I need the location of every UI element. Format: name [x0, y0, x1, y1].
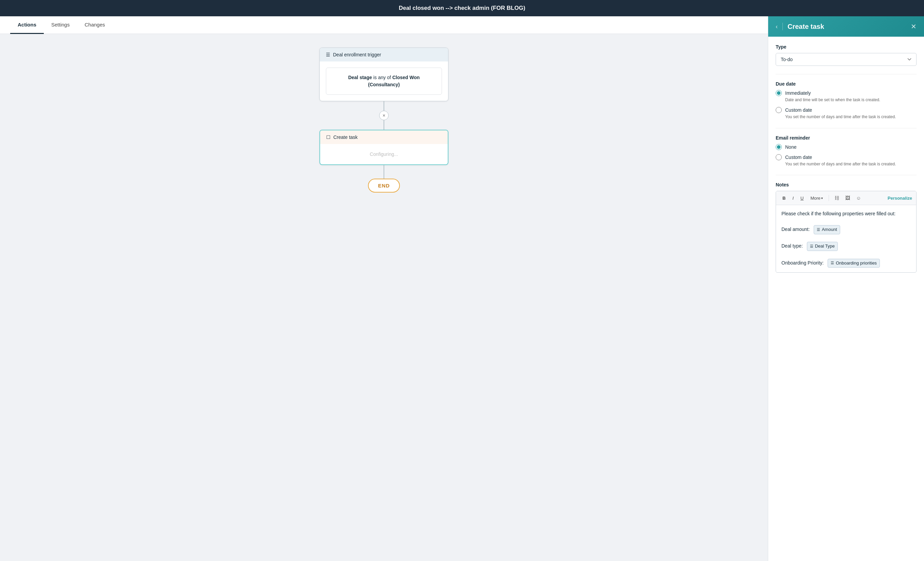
connector-end — [384, 165, 384, 179]
notes-line-2: Deal type: ☰ Deal Type — [782, 242, 911, 251]
onboarding-chip-label: Onboarding priorities — [836, 260, 877, 267]
connector-line-end — [384, 165, 384, 179]
email-reminder-radio-custom[interactable] — [776, 154, 782, 160]
link-button[interactable]: ⛓ — [832, 194, 841, 202]
due-date-radio-custom[interactable] — [776, 107, 782, 113]
notes-label: Notes — [776, 182, 916, 188]
divider-1 — [776, 74, 916, 74]
action-icon: ☐ — [326, 134, 331, 140]
emoji-icon: ☺ — [856, 195, 861, 201]
email-reminder-desc-custom: You set the number of days and time afte… — [785, 161, 916, 167]
email-reminder-row-custom: Custom date — [776, 154, 916, 160]
notes-content-area[interactable]: Please check if the following properties… — [776, 205, 916, 272]
notes-editor: B I U More ▾ ⛓ 🖼 — [776, 191, 916, 273]
close-button[interactable]: ✕ — [911, 23, 916, 30]
more-dropdown-button[interactable]: More ▾ — [808, 194, 825, 202]
email-reminder-label-none: None — [785, 144, 796, 150]
notes-onboarding-label: Onboarding Priority: — [782, 260, 824, 265]
connector-delete-btn[interactable]: × — [379, 111, 388, 120]
tab-actions[interactable]: Actions — [10, 16, 44, 34]
top-bar: Deal closed won --> check admin (FOR BLO… — [0, 0, 924, 16]
amount-chip-label: Amount — [822, 226, 837, 233]
connector-top: × — [379, 101, 388, 130]
italic-button[interactable]: I — [790, 194, 796, 202]
due-date-desc-immediately: Date and time will be set to when the ta… — [785, 97, 916, 103]
image-icon: 🖼 — [845, 195, 850, 201]
trigger-header: ☰ Deal enrollment trigger — [320, 48, 448, 62]
toolbar-separator — [829, 195, 829, 201]
notes-deal-amount-label: Deal amount: — [782, 227, 810, 232]
notes-section: Notes B I U More ▾ ⛓ — [776, 182, 916, 273]
connector-line-top — [384, 101, 384, 111]
deal-type-chip-label: Deal Type — [815, 243, 835, 250]
link-icon: ⛓ — [834, 195, 839, 201]
trigger-block: ☰ Deal enrollment trigger Deal stage is … — [320, 48, 448, 101]
type-section: Type To-do Call Email — [776, 44, 916, 66]
due-date-row-custom: Custom date — [776, 107, 916, 113]
chip-icon-amount: ☰ — [817, 227, 820, 233]
email-reminder-label: Email reminder — [776, 135, 916, 141]
divider-2 — [776, 128, 916, 128]
trigger-condition: Deal stage is any of Closed Won (Consult… — [326, 68, 442, 95]
notes-line-3: Onboarding Priority: ☰ Onboarding priori… — [782, 259, 911, 268]
underline-button[interactable]: U — [798, 194, 806, 202]
notes-toolbar: B I U More ▾ ⛓ 🖼 — [776, 191, 916, 205]
end-node: END — [368, 179, 400, 193]
left-panel: Actions Settings Changes ☰ Deal enrollme… — [0, 16, 768, 561]
right-panel: ‹ Create task ✕ Type To-do Call Email Du… — [768, 16, 924, 561]
tab-changes[interactable]: Changes — [77, 16, 112, 34]
onboarding-chip: ☰ Onboarding priorities — [828, 259, 880, 268]
due-date-label-custom: Custom date — [785, 107, 812, 113]
trigger-label: Deal enrollment trigger — [333, 52, 381, 57]
bold-button[interactable]: B — [780, 194, 788, 202]
right-panel-title: Create task — [788, 23, 906, 30]
connector-line-bottom — [384, 120, 384, 130]
due-date-row-immediately: Immediately — [776, 90, 916, 96]
right-panel-header: ‹ Create task ✕ — [768, 16, 924, 37]
email-reminder-label-custom: Custom date — [785, 155, 812, 160]
main-layout: Actions Settings Changes ☰ Deal enrollme… — [0, 16, 924, 561]
workflow-canvas: ☰ Deal enrollment trigger Deal stage is … — [0, 34, 768, 561]
amount-chip: ☰ Amount — [814, 225, 840, 234]
back-button[interactable]: ‹ — [776, 23, 778, 30]
chip-icon-deal-type: ☰ — [810, 244, 813, 250]
due-date-option-immediately: Immediately Date and time will be set to… — [776, 90, 916, 103]
notes-line-1: Deal amount: ☰ Amount — [782, 225, 911, 234]
action-block[interactable]: ☐ Create task Configuring... — [320, 130, 448, 165]
trigger-icon: ☰ — [326, 52, 330, 57]
email-reminder-radio-group: None Custom date You set the number of d… — [776, 144, 916, 167]
emoji-button[interactable]: ☺ — [854, 194, 863, 202]
email-reminder-radio-none[interactable] — [776, 144, 782, 150]
email-reminder-option-none: None — [776, 144, 916, 150]
due-date-section: Due date Immediately Date and time will … — [776, 81, 916, 120]
due-date-option-custom: Custom date You set the number of days a… — [776, 107, 916, 120]
condition-operator: is any of — [374, 75, 391, 80]
notes-deal-type-label: Deal type: — [782, 243, 803, 248]
action-label: Create task — [333, 134, 358, 140]
due-date-radio-immediately[interactable] — [776, 90, 782, 96]
chip-icon-onboarding: ☰ — [831, 260, 834, 266]
type-select[interactable]: To-do Call Email — [776, 53, 916, 66]
due-date-desc-custom: You set the number of days and time afte… — [785, 114, 916, 120]
personalize-button[interactable]: Personalize — [888, 196, 912, 201]
action-body: Configuring... — [320, 144, 448, 164]
email-reminder-option-custom: Custom date You set the number of days a… — [776, 154, 916, 167]
due-date-radio-group: Immediately Date and time will be set to… — [776, 90, 916, 120]
deal-type-chip: ☰ Deal Type — [807, 242, 838, 251]
image-button[interactable]: 🖼 — [843, 194, 852, 202]
action-header: ☐ Create task — [320, 131, 448, 144]
tabs-bar: Actions Settings Changes — [0, 16, 768, 34]
page-title: Deal closed won --> check admin (FOR BLO… — [399, 5, 525, 11]
email-reminder-section: Email reminder None Custom date You — [776, 135, 916, 167]
trigger-body: Deal stage is any of Closed Won (Consult… — [320, 62, 448, 101]
type-label: Type — [776, 44, 916, 50]
notes-intro: Please check if the following properties… — [782, 210, 911, 217]
condition-field: Deal stage — [348, 75, 372, 80]
due-date-label-immediately: Immediately — [785, 90, 811, 96]
divider-3 — [776, 175, 916, 175]
email-reminder-row-none: None — [776, 144, 916, 150]
due-date-label: Due date — [776, 81, 916, 87]
tab-settings[interactable]: Settings — [44, 16, 77, 34]
right-panel-content: Type To-do Call Email Due date Immediate… — [768, 37, 924, 561]
